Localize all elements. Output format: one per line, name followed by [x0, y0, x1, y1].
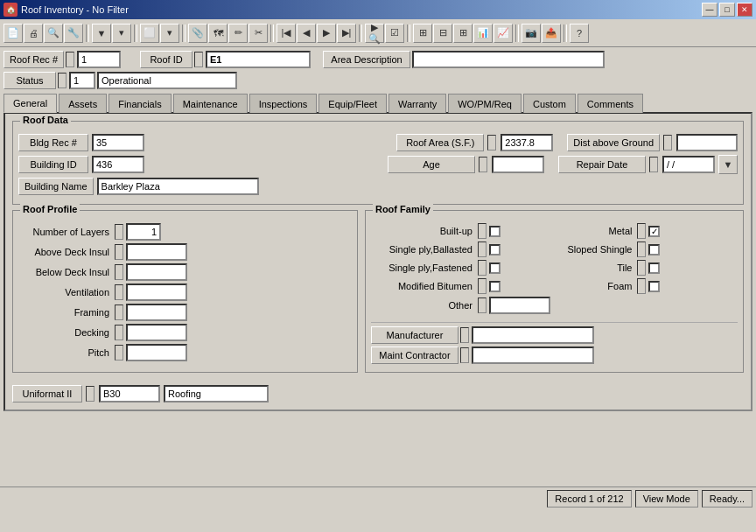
ventilation-input[interactable] — [126, 284, 187, 301]
below-deck-input[interactable] — [126, 263, 187, 281]
new-button[interactable]: 📄 — [4, 24, 23, 43]
layout-dropdown[interactable]: ▾ — [160, 24, 179, 43]
tab-equip-fleet[interactable]: Equip/Fleet — [318, 94, 387, 113]
tab-maintenance[interactable]: Maintenance — [173, 94, 248, 113]
app-icon: 🏠 — [4, 3, 18, 17]
tools-button[interactable]: 🔧 — [64, 24, 83, 43]
maint-contractor-indicator — [460, 347, 469, 363]
sloped-shingle-checkbox[interactable] — [648, 244, 660, 256]
roof-area-indicator — [487, 135, 496, 150]
building-id-input[interactable] — [92, 156, 144, 173]
uniformat-desc-input[interactable] — [164, 385, 269, 402]
bldg-rec-input[interactable] — [92, 134, 144, 151]
roof-id-indicator — [194, 52, 203, 67]
repair-date-dropdown[interactable]: ▼ — [718, 155, 738, 174]
profile-row-layers: Number of Layers — [18, 223, 352, 241]
modified-bitumen-checkbox[interactable] — [489, 281, 500, 292]
tab-custom[interactable]: Custom — [523, 94, 576, 113]
select-button[interactable]: ☑ — [385, 24, 404, 43]
chart-button[interactable]: 📊 — [473, 24, 493, 43]
tile-checkbox[interactable] — [648, 262, 660, 274]
tab-wd-pm-req[interactable]: WO/PM/Req — [448, 94, 522, 113]
builtup-checkbox[interactable] — [489, 226, 500, 237]
decking-input[interactable] — [126, 324, 187, 341]
nav-last-button[interactable]: ▶| — [337, 24, 356, 43]
map-button[interactable]: 🗺 — [208, 24, 228, 43]
dist-above-ground-label: Dist above Ground — [567, 134, 660, 151]
other-input[interactable] — [489, 297, 550, 314]
grid3-button[interactable]: ⊞ — [453, 24, 472, 43]
metal-checkbox[interactable] — [648, 226, 660, 237]
roof-rec-input[interactable] — [77, 51, 121, 68]
bar-chart-button[interactable]: 📈 — [494, 24, 513, 43]
filter-dropdown[interactable]: ▾ — [112, 24, 131, 43]
framing-input[interactable] — [126, 304, 187, 321]
sep8 — [564, 24, 567, 42]
manufacturer-input[interactable] — [472, 326, 594, 344]
nav-first-button[interactable]: |◀ — [276, 24, 296, 43]
status-label: Status — [4, 72, 56, 89]
minimize-button[interactable]: — — [702, 3, 718, 17]
age-input[interactable] — [492, 156, 544, 173]
export-button[interactable]: 📤 — [542, 24, 561, 43]
status-row: Status — [4, 72, 752, 89]
close-button[interactable]: ✕ — [737, 3, 752, 17]
family-row-builtup: Built-up — [371, 223, 552, 239]
grid1-button[interactable]: ⊞ — [413, 24, 432, 43]
scissors-button[interactable]: ✂ — [248, 24, 268, 43]
builtup-label: Built-up — [371, 226, 476, 236]
tab-financials[interactable]: Financials — [108, 94, 172, 113]
tab-comments[interactable]: Comments — [578, 94, 643, 113]
metal-indicator — [637, 223, 646, 239]
maint-contractor-input[interactable] — [472, 346, 594, 364]
roof-family-title: Roof Family — [373, 204, 433, 214]
help-button[interactable]: ? — [570, 24, 589, 43]
roof-area-input[interactable] — [500, 134, 553, 151]
print-button[interactable]: 🖨 — [24, 24, 43, 43]
roof-id-group: Roof ID — [140, 51, 311, 68]
status-text-input[interactable] — [97, 72, 237, 89]
view-mode-label: View Mode — [635, 490, 698, 508]
edit-button[interactable]: ✏ — [228, 24, 248, 43]
roof-id-input[interactable] — [206, 51, 311, 68]
tab-general[interactable]: General — [4, 94, 57, 113]
repair-date-label: Repair Date — [558, 156, 646, 173]
layout-button[interactable]: ⬜ — [140, 24, 159, 43]
camera-button[interactable]: 📷 — [522, 24, 541, 43]
tab-inspections[interactable]: Inspections — [249, 94, 318, 113]
layers-input[interactable] — [126, 223, 161, 241]
decking-indicator — [115, 325, 123, 340]
single-ballasted-checkbox[interactable] — [489, 244, 500, 256]
building-name-input[interactable] — [97, 178, 259, 195]
tab-warranty[interactable]: Warranty — [388, 94, 446, 113]
pitch-label: Pitch — [18, 347, 113, 358]
repair-date-input[interactable] — [662, 156, 715, 173]
grid2-button[interactable]: ⊟ — [433, 24, 452, 43]
above-deck-input[interactable] — [126, 243, 187, 261]
nav-search-button[interactable]: ▶🔍 — [365, 24, 384, 43]
profile-row-below-deck: Below Deck Insul — [18, 263, 352, 281]
profile-row-ventilation: Ventilation — [18, 284, 352, 301]
foam-checkbox[interactable] — [648, 281, 660, 292]
nav-prev-button[interactable]: ◀ — [297, 24, 316, 43]
find-button[interactable]: 🔍 — [44, 24, 63, 43]
above-deck-label: Above Deck Insul — [18, 247, 113, 257]
uniformat-code-input[interactable] — [99, 385, 160, 402]
tab-assets[interactable]: Assets — [59, 94, 107, 113]
pitch-input[interactable] — [126, 344, 187, 361]
family-row-manufacturer: Manufacturer — [371, 326, 738, 344]
filter-button[interactable]: ▼ — [92, 24, 111, 43]
roof-data-section: Roof Data Bldg Rec # Roof Area (S.F.) Di… — [12, 121, 744, 205]
single-fastened-label: Single ply,Fastened — [371, 262, 476, 273]
sep2 — [134, 24, 137, 42]
metal-label: Metal — [556, 226, 635, 236]
status-num-input[interactable] — [69, 72, 95, 89]
attach-button[interactable]: 📎 — [188, 24, 207, 43]
single-ballasted-label: Single ply,Ballasted — [371, 244, 476, 255]
area-desc-group: Area Description — [323, 51, 605, 68]
maximize-button[interactable]: □ — [719, 3, 735, 17]
single-fastened-checkbox[interactable] — [489, 262, 500, 274]
area-desc-input[interactable] — [412, 51, 605, 68]
nav-next-button[interactable]: ▶ — [317, 24, 336, 43]
dist-above-ground-input[interactable] — [676, 134, 738, 151]
